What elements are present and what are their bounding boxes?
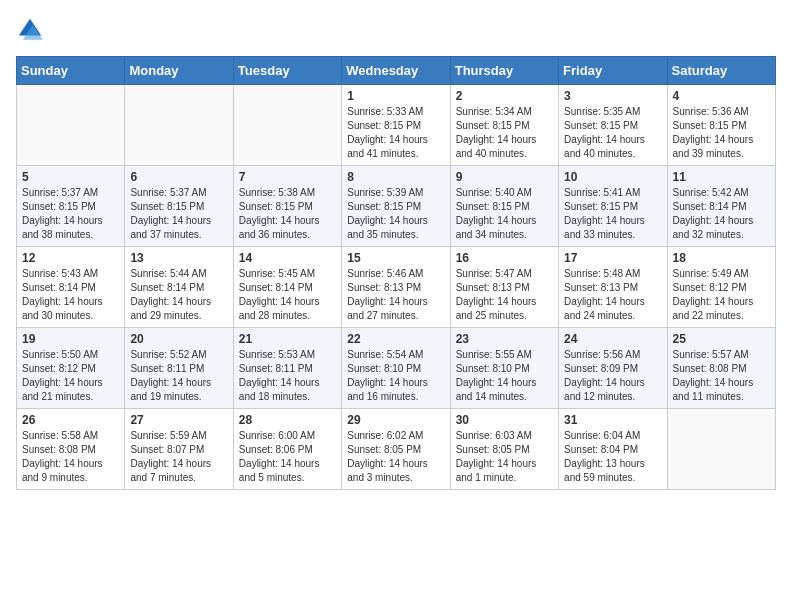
calendar-cell: 11Sunrise: 5:42 AMSunset: 8:14 PMDayligh… [667,166,775,247]
calendar-cell: 6Sunrise: 5:37 AMSunset: 8:15 PMDaylight… [125,166,233,247]
day-number: 27 [130,413,227,427]
day-number: 12 [22,251,119,265]
day-number: 15 [347,251,444,265]
calendar-cell: 13Sunrise: 5:44 AMSunset: 8:14 PMDayligh… [125,247,233,328]
calendar-cell: 4Sunrise: 5:36 AMSunset: 8:15 PMDaylight… [667,85,775,166]
day-info: Sunrise: 6:02 AMSunset: 8:05 PMDaylight:… [347,429,444,485]
calendar-cell: 28Sunrise: 6:00 AMSunset: 8:06 PMDayligh… [233,409,341,490]
calendar-cell: 21Sunrise: 5:53 AMSunset: 8:11 PMDayligh… [233,328,341,409]
day-info: Sunrise: 5:34 AMSunset: 8:15 PMDaylight:… [456,105,553,161]
day-info: Sunrise: 5:47 AMSunset: 8:13 PMDaylight:… [456,267,553,323]
day-number: 4 [673,89,770,103]
day-number: 7 [239,170,336,184]
day-number: 26 [22,413,119,427]
header-thursday: Thursday [450,57,558,85]
day-info: Sunrise: 5:53 AMSunset: 8:11 PMDaylight:… [239,348,336,404]
day-info: Sunrise: 5:45 AMSunset: 8:14 PMDaylight:… [239,267,336,323]
calendar-cell [125,85,233,166]
day-info: Sunrise: 5:42 AMSunset: 8:14 PMDaylight:… [673,186,770,242]
day-info: Sunrise: 5:37 AMSunset: 8:15 PMDaylight:… [130,186,227,242]
day-number: 2 [456,89,553,103]
day-info: Sunrise: 5:59 AMSunset: 8:07 PMDaylight:… [130,429,227,485]
day-info: Sunrise: 5:33 AMSunset: 8:15 PMDaylight:… [347,105,444,161]
calendar-cell: 20Sunrise: 5:52 AMSunset: 8:11 PMDayligh… [125,328,233,409]
calendar-cell: 24Sunrise: 5:56 AMSunset: 8:09 PMDayligh… [559,328,667,409]
day-info: Sunrise: 5:54 AMSunset: 8:10 PMDaylight:… [347,348,444,404]
calendar-cell: 1Sunrise: 5:33 AMSunset: 8:15 PMDaylight… [342,85,450,166]
calendar-cell: 18Sunrise: 5:49 AMSunset: 8:12 PMDayligh… [667,247,775,328]
page-header [16,16,776,44]
day-info: Sunrise: 5:46 AMSunset: 8:13 PMDaylight:… [347,267,444,323]
calendar-cell: 2Sunrise: 5:34 AMSunset: 8:15 PMDaylight… [450,85,558,166]
calendar-week-row: 5Sunrise: 5:37 AMSunset: 8:15 PMDaylight… [17,166,776,247]
calendar-cell: 14Sunrise: 5:45 AMSunset: 8:14 PMDayligh… [233,247,341,328]
day-info: Sunrise: 5:57 AMSunset: 8:08 PMDaylight:… [673,348,770,404]
day-info: Sunrise: 6:00 AMSunset: 8:06 PMDaylight:… [239,429,336,485]
calendar-week-row: 19Sunrise: 5:50 AMSunset: 8:12 PMDayligh… [17,328,776,409]
day-info: Sunrise: 5:58 AMSunset: 8:08 PMDaylight:… [22,429,119,485]
day-number: 29 [347,413,444,427]
day-number: 9 [456,170,553,184]
day-info: Sunrise: 5:43 AMSunset: 8:14 PMDaylight:… [22,267,119,323]
calendar-cell: 7Sunrise: 5:38 AMSunset: 8:15 PMDaylight… [233,166,341,247]
day-number: 3 [564,89,661,103]
header-tuesday: Tuesday [233,57,341,85]
calendar-week-row: 26Sunrise: 5:58 AMSunset: 8:08 PMDayligh… [17,409,776,490]
calendar-cell: 12Sunrise: 5:43 AMSunset: 8:14 PMDayligh… [17,247,125,328]
day-number: 8 [347,170,444,184]
day-number: 11 [673,170,770,184]
day-number: 5 [22,170,119,184]
day-number: 24 [564,332,661,346]
day-number: 22 [347,332,444,346]
day-number: 14 [239,251,336,265]
header-monday: Monday [125,57,233,85]
day-info: Sunrise: 5:38 AMSunset: 8:15 PMDaylight:… [239,186,336,242]
day-number: 6 [130,170,227,184]
header-sunday: Sunday [17,57,125,85]
calendar-cell: 31Sunrise: 6:04 AMSunset: 8:04 PMDayligh… [559,409,667,490]
day-number: 13 [130,251,227,265]
day-number: 31 [564,413,661,427]
calendar-week-row: 1Sunrise: 5:33 AMSunset: 8:15 PMDaylight… [17,85,776,166]
day-info: Sunrise: 5:37 AMSunset: 8:15 PMDaylight:… [22,186,119,242]
calendar-cell: 29Sunrise: 6:02 AMSunset: 8:05 PMDayligh… [342,409,450,490]
calendar-cell: 9Sunrise: 5:40 AMSunset: 8:15 PMDaylight… [450,166,558,247]
calendar-cell [17,85,125,166]
day-number: 1 [347,89,444,103]
day-info: Sunrise: 5:39 AMSunset: 8:15 PMDaylight:… [347,186,444,242]
day-info: Sunrise: 5:49 AMSunset: 8:12 PMDaylight:… [673,267,770,323]
calendar-cell: 26Sunrise: 5:58 AMSunset: 8:08 PMDayligh… [17,409,125,490]
header-wednesday: Wednesday [342,57,450,85]
day-info: Sunrise: 5:50 AMSunset: 8:12 PMDaylight:… [22,348,119,404]
day-number: 28 [239,413,336,427]
day-info: Sunrise: 5:52 AMSunset: 8:11 PMDaylight:… [130,348,227,404]
day-number: 17 [564,251,661,265]
calendar-cell: 16Sunrise: 5:47 AMSunset: 8:13 PMDayligh… [450,247,558,328]
calendar-week-row: 12Sunrise: 5:43 AMSunset: 8:14 PMDayligh… [17,247,776,328]
logo-icon [16,16,44,44]
day-number: 20 [130,332,227,346]
calendar-cell: 30Sunrise: 6:03 AMSunset: 8:05 PMDayligh… [450,409,558,490]
day-info: Sunrise: 6:04 AMSunset: 8:04 PMDaylight:… [564,429,661,485]
calendar-cell: 23Sunrise: 5:55 AMSunset: 8:10 PMDayligh… [450,328,558,409]
calendar-cell: 15Sunrise: 5:46 AMSunset: 8:13 PMDayligh… [342,247,450,328]
calendar-cell: 27Sunrise: 5:59 AMSunset: 8:07 PMDayligh… [125,409,233,490]
calendar-table: SundayMondayTuesdayWednesdayThursdayFrid… [16,56,776,490]
header-saturday: Saturday [667,57,775,85]
day-info: Sunrise: 5:44 AMSunset: 8:14 PMDaylight:… [130,267,227,323]
day-info: Sunrise: 5:48 AMSunset: 8:13 PMDaylight:… [564,267,661,323]
day-info: Sunrise: 5:56 AMSunset: 8:09 PMDaylight:… [564,348,661,404]
day-number: 18 [673,251,770,265]
day-info: Sunrise: 5:55 AMSunset: 8:10 PMDaylight:… [456,348,553,404]
day-number: 21 [239,332,336,346]
calendar-cell: 10Sunrise: 5:41 AMSunset: 8:15 PMDayligh… [559,166,667,247]
day-info: Sunrise: 5:40 AMSunset: 8:15 PMDaylight:… [456,186,553,242]
calendar-cell [233,85,341,166]
day-number: 23 [456,332,553,346]
calendar-cell: 25Sunrise: 5:57 AMSunset: 8:08 PMDayligh… [667,328,775,409]
calendar-cell: 19Sunrise: 5:50 AMSunset: 8:12 PMDayligh… [17,328,125,409]
day-info: Sunrise: 5:36 AMSunset: 8:15 PMDaylight:… [673,105,770,161]
calendar-cell: 17Sunrise: 5:48 AMSunset: 8:13 PMDayligh… [559,247,667,328]
day-number: 10 [564,170,661,184]
day-number: 30 [456,413,553,427]
